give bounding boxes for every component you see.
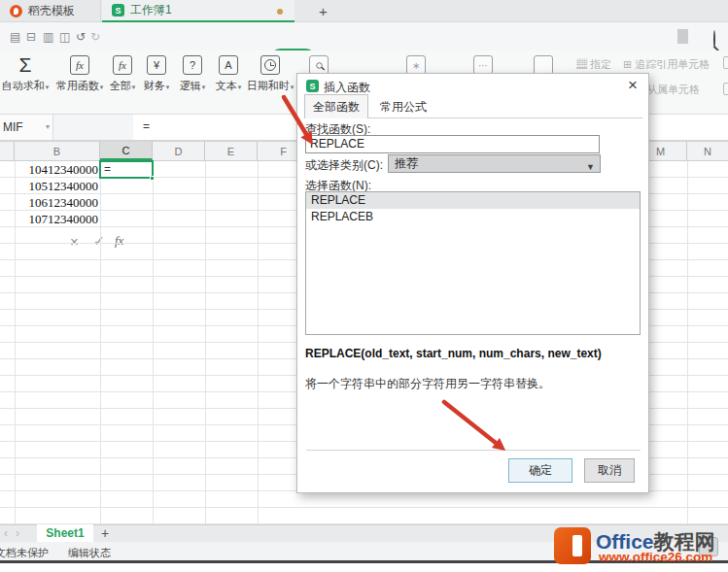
column-header-b[interactable]: B [15,142,100,160]
function-syntax: REPLACE(old_text, start_num, num_chars, … [305,347,602,360]
undo-icon[interactable]: ↺ [76,30,86,44]
fill-handle[interactable] [150,176,155,181]
math-trig-icon[interactable]: ∗ [406,55,426,75]
save-icon[interactable]: ▤ [10,30,20,44]
category-dropdown[interactable]: 推荐 ▼ [388,154,601,173]
gridline [205,161,206,524]
function-item-replace[interactable]: REPLACE [306,192,640,209]
tab-workbook-label: 工作簿1 [130,2,172,18]
autosum-button[interactable]: Σ 自动求和 [0,55,51,93]
name-box-dropdown-icon[interactable]: ▾ [46,115,50,140]
export-icon[interactable]: ⊟ [26,30,36,44]
cell-b1[interactable]: 10412340000 [16,161,98,178]
function-item-replaceb[interactable]: REPLACEB [306,209,640,225]
assign-button[interactable]: ▦ 指定 [576,57,611,72]
category-label: 或选择类别(C): [305,157,383,174]
search-icon[interactable] [713,30,715,49]
edit-mode-status: 编辑状态 [68,546,111,560]
document-tab-bar: 稻壳模板 S 工作簿1 + [0,0,728,22]
column-header-e[interactable]: E [205,142,258,160]
add-sheet-button[interactable]: + [101,525,109,541]
financial-button[interactable]: ¥ 财务 [136,55,177,93]
lookup-reference-icon[interactable] [309,55,329,75]
print-preview-icon[interactable]: ◫ [59,30,70,44]
unsaved-dot-icon [277,9,283,15]
gridline [153,161,154,524]
active-cell-c1[interactable]: = [99,160,154,179]
tab-workbook1[interactable]: S 工作簿1 [102,0,295,22]
letter-a-icon: A [219,55,238,75]
cell-b3[interactable]: 10612340000 [16,194,98,211]
sigma-icon: Σ [0,55,51,75]
date-time-button[interactable]: 日期和时 [243,55,297,93]
clock-icon [260,55,280,75]
cell-b2[interactable]: 10512340000 [16,178,98,194]
sheet-tab-sheet1[interactable]: Sheet1 [37,524,93,542]
button-divider [306,450,641,451]
function-description: 将一个字符串中的部分字符用另一字符串替换。 [305,376,550,392]
cut-off-icon [723,83,728,95]
cell-b4[interactable]: 10712340000 [16,211,98,227]
tab-common-formulas[interactable]: 常用公式 [373,99,433,116]
redo-icon[interactable]: ↻ [90,30,100,44]
ok-button[interactable]: 确定 [508,458,572,483]
name-manager-icon[interactable] [534,55,553,75]
insert-function-dialog: S 插入函数 × 全部函数 常用公式 查找函数(S): REPLACE 或选择类… [296,73,649,493]
docer-icon [10,5,22,17]
fx-star-icon: fx [70,55,89,75]
tab-docer-templates[interactable]: 稻壳模板 [0,0,101,22]
search-function-input[interactable]: REPLACE [305,135,600,153]
office-logo-icon [554,527,591,564]
cancel-button[interactable]: 取消 [584,458,635,483]
dialog-wps-icon: S [306,80,319,92]
name-box[interactable]: MIF ▾ [0,115,53,140]
function-list: REPLACE REPLACEB [305,191,641,335]
tab-all-functions[interactable]: 全部函数 [304,94,368,118]
sheet-nav-right-icon[interactable]: › [16,526,19,540]
more-functions-icon[interactable]: ⋯ [473,55,493,75]
print-icon[interactable]: ▥ [43,30,53,44]
column-header-c-selected[interactable]: C [100,142,153,160]
chevron-down-icon: ▼ [586,159,595,176]
trace-precedents-button[interactable]: ⊞ 追踪引用单元格 [623,57,710,72]
common-functions-button[interactable]: fx 常用函数 [54,55,105,93]
gridline [258,161,259,524]
close-icon[interactable]: × [628,77,638,93]
column-header-d[interactable]: D [153,142,205,160]
ribbon-collapse-button[interactable] [677,29,688,44]
gridline [687,161,688,524]
new-document-button[interactable]: + [319,3,328,19]
column-header-a[interactable] [0,142,15,160]
gridline [100,161,101,524]
menu-bar: ▤ ⊟ ▥ ◫ ↺ ↻ 开始 插入 页面布局 公式 数据 审阅 视图 安全 开发… [0,22,728,50]
sheet-nav-left-icon[interactable]: ‹ [4,526,8,540]
tab-docer-label: 稻壳模板 [28,3,75,19]
logical-button[interactable]: ? 逻辑 [172,55,213,93]
fx-icon: fx [113,55,132,75]
question-icon: ? [183,55,202,75]
cut-off-icon [723,56,728,69]
column-header-n[interactable]: N [687,142,728,160]
wps-s-icon: S [112,4,124,17]
trace-dependents-button[interactable]: 从属单元格 [646,83,700,97]
protection-status: 文档未保护 [0,546,49,560]
yen-icon: ¥ [147,55,166,75]
watermark-url: www.office26.com [599,550,712,564]
